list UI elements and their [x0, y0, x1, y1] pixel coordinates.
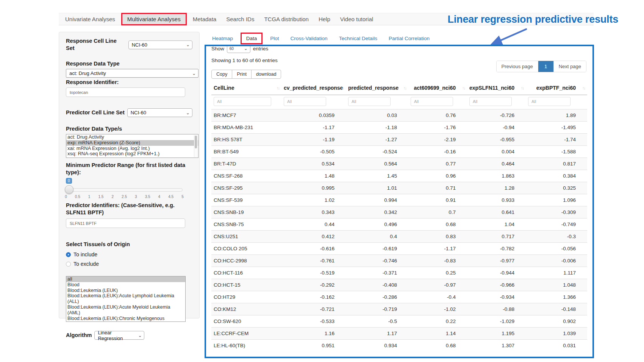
tissue-option[interactable]: Blood — [66, 282, 185, 288]
predictor-data-type-option[interactable]: exp: mRNA Expression (Z-Score) — [66, 140, 198, 146]
sort-icon[interactable]: ↑↓ — [341, 86, 344, 90]
tab-cross-validation[interactable]: Cross-Validation — [285, 33, 333, 44]
predictor-identifiers-input[interactable] — [66, 218, 185, 228]
column-header-cellline[interactable]: CellLine↑↓ — [211, 81, 281, 95]
nav-item-multivariate-analyses[interactable]: Multivariate Analyses — [122, 14, 186, 24]
sort-icon[interactable]: ↑↓ — [582, 86, 585, 90]
tissue-option[interactable]: Blood:Leukemia (LEUK):Acute Myeloid Leuk… — [66, 304, 185, 316]
table-row: CNS:U2510.4120.40.830.717-0.3 — [211, 231, 587, 243]
scrollbar-thumb[interactable] — [195, 136, 197, 148]
nav-item-metadata[interactable]: Metadata — [188, 14, 222, 24]
value-cell: -0.761 — [281, 255, 346, 267]
column-filter-input-cellline[interactable] — [214, 97, 271, 106]
tab-heatmap[interactable]: Heatmap — [206, 33, 239, 44]
slider-track[interactable] — [66, 188, 183, 192]
tissue-exclude-radio[interactable]: To exclude — [66, 261, 192, 267]
radio-selected-icon[interactable] — [66, 252, 71, 257]
slider-tick-label: 2 — [111, 195, 114, 199]
scrollbar[interactable] — [194, 135, 198, 157]
column-filter-input-expslfn11-nci60[interactable] — [469, 97, 512, 106]
column-header-predicted-response[interactable]: predicted_response↑↓ — [346, 81, 408, 95]
slider-tick-label: 5 — [181, 195, 184, 199]
tab-partial-correlation[interactable]: Partial Correlation — [383, 33, 435, 44]
value-cell: -1.19 — [281, 134, 346, 146]
value-cell: 0.96 — [408, 170, 467, 182]
min-predictor-range-slider[interactable]: 00.511.522.533.544.55 — [66, 184, 183, 199]
value-cell: -0.944 — [467, 267, 526, 279]
cell-line-cell: CNS:SF-539 — [211, 194, 281, 206]
value-cell: -0.371 — [346, 267, 408, 279]
slider-tick-labels: 00.511.522.533.544.55 — [66, 195, 183, 199]
current-page-button[interactable]: 1 — [538, 61, 553, 72]
value-cell: -0.3 — [526, 231, 587, 243]
column-filter-input-predicted-response[interactable] — [348, 97, 391, 106]
sort-icon[interactable]: ↑↓ — [521, 86, 524, 90]
slider-handle[interactable] — [65, 185, 73, 194]
column-header-expbptf-nci60[interactable]: expBPTF_nci60↑↓ — [526, 81, 587, 95]
tab-data[interactable]: Data — [242, 34, 262, 43]
tissue-option[interactable]: Blood:Leukemia (LEUK):Chronic Myelogenou… — [66, 316, 185, 322]
tissue-include-radio[interactable]: To include — [66, 251, 192, 257]
value-cell: 0.464 — [467, 158, 526, 170]
tab-plot[interactable]: Plot — [264, 33, 284, 44]
previous-page-button[interactable]: Previous page — [497, 61, 538, 72]
download-button[interactable]: download — [251, 70, 281, 79]
sort-icon[interactable]: ↑↓ — [403, 86, 406, 90]
response-identifier-input[interactable] — [66, 87, 185, 97]
page-size-select[interactable]: 60 ⌄ — [227, 45, 250, 53]
tissue-origin-list[interactable]: allBloodBlood:Leukemia (LEUK)Blood:Leuke… — [66, 276, 186, 322]
min-predictor-range-label: Minimum Predictor Range (for first liste… — [66, 162, 192, 176]
value-cell: 1.096 — [526, 194, 587, 206]
nav-item-univariate-analyses[interactable]: Univariate Analyses — [60, 14, 120, 24]
tab-technical-details[interactable]: Technical Details — [333, 33, 383, 44]
value-cell: 0.325 — [526, 182, 587, 194]
filter-cell — [408, 95, 467, 109]
value-cell: -1.18 — [346, 122, 408, 134]
response-cell-line-set-select[interactable]: NCI-60 ⌄ — [128, 41, 192, 49]
filter-cell — [211, 95, 281, 109]
next-page-button[interactable]: Next page — [553, 61, 586, 72]
radio-unselected-icon[interactable] — [66, 262, 71, 267]
value-cell: -0.056 — [526, 243, 587, 255]
predictor-data-types-list[interactable]: act: Drug Activityexp: mRNA Expression (… — [66, 134, 199, 158]
sort-icon[interactable]: ↑↓ — [462, 86, 465, 90]
algorithm-select[interactable]: Linear Regression ⌄ — [94, 331, 144, 340]
cell-line-cell: CO:HCC-2998 — [211, 255, 281, 267]
tissue-option[interactable]: all — [66, 276, 185, 282]
value-cell: 0.68 — [408, 340, 467, 352]
column-filter-input-expbptf-nci60[interactable] — [528, 97, 571, 106]
column-filter-input-cv-predicted-response[interactable] — [284, 97, 326, 106]
table-row: CO:HT29-0.162-0.286-0.4-0.9341.366 — [211, 291, 587, 303]
nav-item-video-tutorial[interactable]: Video tutorial — [335, 14, 378, 24]
filter-cell — [281, 95, 346, 109]
value-cell: -0.746 — [346, 255, 408, 267]
predictor-data-type-option[interactable]: xsq: RNA-seq Expression (log2 FPKM+1.) — [66, 151, 198, 157]
response-data-type-select[interactable]: act: Drug Activity ⌄ — [66, 69, 199, 78]
nav-item-help[interactable]: Help — [314, 14, 335, 24]
cell-line-cell: CNS:SNB-19 — [211, 206, 281, 218]
cell-line-cell: BR:MDA-MB-231 — [211, 122, 281, 134]
slider-tick-label: 4.5 — [168, 195, 174, 199]
column-header-expslfn11-nci60[interactable]: expSLFN11_nci60↑↓ — [467, 81, 526, 95]
predictor-data-type-option[interactable]: act: Drug Activity — [66, 134, 198, 140]
column-filter-input-act609699-nci60[interactable] — [411, 97, 453, 106]
nav-item-search-ids[interactable]: Search IDs — [221, 14, 259, 24]
copy-button[interactable]: Copy — [211, 70, 232, 79]
nav-item-tcga-distribution[interactable]: TCGA distribution — [259, 14, 314, 24]
cell-line-cell: CO:HCT-116 — [211, 267, 281, 279]
value-cell: 0.76 — [408, 109, 467, 122]
tissue-option[interactable]: Blood:Leukemia (LEUK):Acute Lymphoid Leu… — [66, 293, 185, 304]
print-button[interactable]: Print — [232, 70, 252, 79]
filter-cell — [467, 95, 526, 109]
slider-tick-label: 1 — [88, 195, 91, 199]
predictor-data-type-option[interactable]: xai: mRNA Expression (Avg. log2 Int.) — [66, 146, 198, 151]
value-cell: -2.19 — [408, 134, 467, 146]
column-header-cv-predicted-response[interactable]: cv_predicted_response↑↓ — [281, 81, 346, 95]
value-cell: 0.951 — [281, 340, 346, 352]
predictor-data-types-label: Predictor Data Type/s — [66, 125, 192, 133]
sort-icon[interactable]: ↑↓ — [277, 86, 279, 90]
value-cell: 1.366 — [526, 291, 587, 303]
tissue-option[interactable]: Blood:Leukemia (LEUK) — [66, 288, 185, 293]
column-header-act609699-nci60[interactable]: act609699_nci60↑↓ — [408, 81, 467, 95]
predictor-cell-line-set-select[interactable]: NCI-60 ⌄ — [127, 108, 192, 117]
